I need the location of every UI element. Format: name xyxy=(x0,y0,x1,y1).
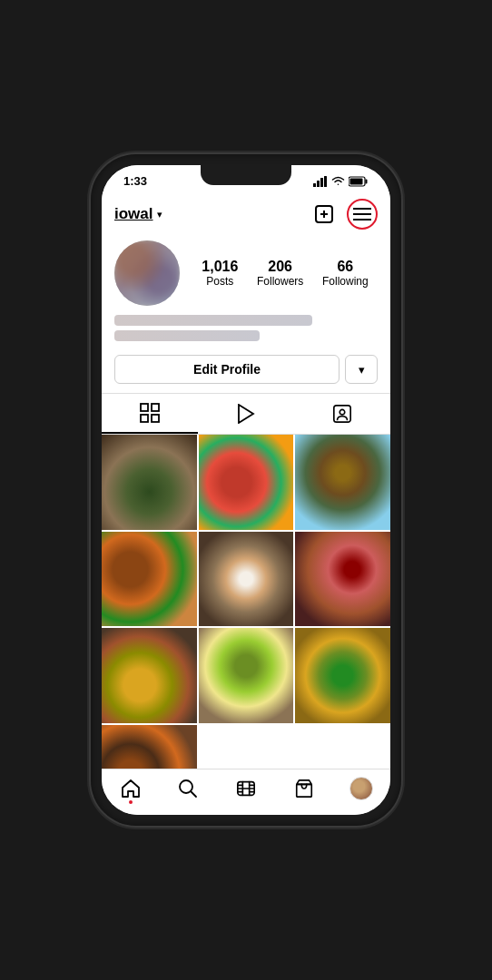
list-item[interactable] xyxy=(102,435,197,530)
stats-area: 1,016 Posts 206 Followers 66 Following xyxy=(192,259,378,288)
shop-icon xyxy=(294,779,314,799)
bottom-nav xyxy=(102,769,390,815)
content-tabs xyxy=(102,393,390,435)
following-stat[interactable]: 66 Following xyxy=(322,259,369,288)
signal-icon xyxy=(313,176,328,187)
following-count: 66 xyxy=(337,259,353,275)
photo-grid xyxy=(102,435,390,769)
following-label: Following xyxy=(322,275,369,288)
edit-profile-button[interactable]: Edit Profile xyxy=(114,355,339,384)
play-icon xyxy=(237,404,255,424)
reels-tab[interactable] xyxy=(198,394,294,434)
svg-rect-23 xyxy=(296,784,311,797)
svg-rect-1 xyxy=(317,181,320,187)
list-item[interactable] xyxy=(102,725,197,769)
username-area[interactable]: iowal ▾ xyxy=(114,205,162,223)
plus-square-icon xyxy=(313,203,335,225)
list-item[interactable] xyxy=(295,435,390,530)
svg-rect-6 xyxy=(350,178,363,184)
list-item[interactable] xyxy=(295,532,390,627)
profile-dropdown-button[interactable]: ▾ xyxy=(345,355,378,384)
svg-marker-17 xyxy=(239,405,253,423)
search-icon xyxy=(178,779,198,799)
app-content: iowal ▾ xyxy=(102,191,390,769)
phone-frame: 1:33 xyxy=(91,154,401,826)
home-nav-dot xyxy=(129,800,133,804)
svg-rect-13 xyxy=(141,404,148,411)
tagged-tab[interactable] xyxy=(294,394,390,434)
svg-rect-3 xyxy=(324,176,327,187)
grid-icon xyxy=(140,403,160,423)
username-label: iowal xyxy=(114,205,153,223)
chevron-down-icon: ▾ xyxy=(157,209,162,220)
profile-nav[interactable] xyxy=(332,777,390,800)
list-item[interactable] xyxy=(199,628,294,723)
battery-icon xyxy=(349,176,369,187)
list-item[interactable] xyxy=(295,628,390,723)
followers-label: Followers xyxy=(257,275,303,288)
svg-rect-0 xyxy=(313,183,316,187)
list-item[interactable] xyxy=(102,532,197,627)
status-icons xyxy=(313,176,369,187)
menu-button[interactable] xyxy=(347,199,378,230)
edit-profile-area: Edit Profile ▾ xyxy=(102,355,390,393)
posts-label: Posts xyxy=(206,275,233,288)
list-item[interactable] xyxy=(102,628,197,723)
reels-nav[interactable] xyxy=(217,777,275,800)
svg-rect-15 xyxy=(141,415,148,422)
add-post-button[interactable] xyxy=(309,199,339,230)
status-time: 1:33 xyxy=(123,174,147,188)
shop-nav[interactable] xyxy=(275,777,333,800)
avatar xyxy=(114,240,180,306)
bio-area xyxy=(102,313,390,355)
profile-avatar-icon xyxy=(349,777,373,800)
header-icons xyxy=(309,199,378,230)
list-item[interactable] xyxy=(199,532,294,627)
svg-rect-14 xyxy=(152,404,159,411)
person-tag-icon xyxy=(332,404,352,424)
reels-icon xyxy=(235,779,257,799)
grid-tab[interactable] xyxy=(102,394,198,434)
profile-info: 1,016 Posts 206 Followers 66 Following xyxy=(102,237,390,313)
search-nav[interactable] xyxy=(160,777,218,800)
profile-header: iowal ▾ xyxy=(102,191,390,237)
followers-stat[interactable]: 206 Followers xyxy=(257,259,303,288)
svg-rect-16 xyxy=(152,415,159,422)
posts-stat[interactable]: 1,016 Posts xyxy=(202,259,238,288)
svg-rect-2 xyxy=(320,178,323,187)
svg-point-19 xyxy=(339,409,345,415)
list-item[interactable] xyxy=(199,435,294,530)
home-icon xyxy=(120,779,142,799)
notch xyxy=(201,165,291,185)
home-nav[interactable] xyxy=(102,777,160,800)
wifi-icon xyxy=(331,176,345,186)
posts-count: 1,016 xyxy=(202,259,238,275)
bio-line-1 xyxy=(114,315,312,326)
svg-rect-5 xyxy=(366,179,368,183)
svg-rect-18 xyxy=(334,406,350,422)
phone-screen: 1:33 xyxy=(102,165,390,815)
hamburger-icon xyxy=(353,208,371,220)
svg-line-21 xyxy=(191,791,196,797)
followers-count: 206 xyxy=(268,259,292,275)
bio-line-2 xyxy=(114,330,260,341)
